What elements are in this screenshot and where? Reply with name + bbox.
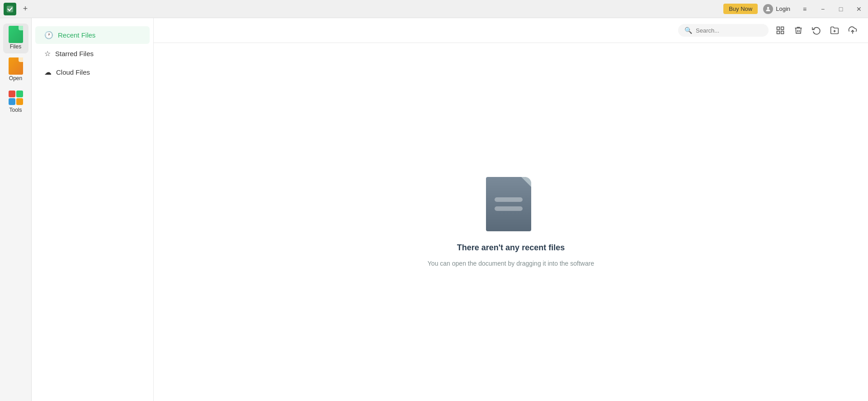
- star-icon: ☆: [44, 49, 51, 58]
- svg-rect-5: [781, 31, 784, 34]
- svg-point-1: [767, 7, 769, 9]
- login-label: Login: [776, 5, 790, 12]
- files-icon: [9, 27, 23, 42]
- svg-rect-4: [777, 31, 780, 34]
- empty-state-subtitle: You can open the document by dragging it…: [428, 260, 594, 267]
- empty-state-title: There aren't any recent files: [457, 243, 565, 253]
- maximize-button[interactable]: □: [832, 0, 850, 18]
- menu-button[interactable]: ≡: [796, 0, 814, 18]
- titlebar: + Buy Now Login ≡ − □ ✕: [0, 0, 868, 18]
- sidebar-item-tools[interactable]: Tools: [3, 87, 28, 117]
- user-avatar-icon: [763, 4, 773, 14]
- tools-icon: [9, 91, 23, 105]
- sidebar-item-files[interactable]: Files: [3, 24, 28, 53]
- main-layout: Files Open Tools 🕐 Recent Files: [0, 18, 868, 401]
- window-controls: ≡ − □ ✕: [796, 0, 868, 18]
- titlebar-right: Buy Now Login ≡ − □ ✕: [723, 0, 868, 18]
- search-box[interactable]: 🔍: [678, 24, 769, 37]
- nav-cloud-files[interactable]: ☁ Cloud Files: [35, 63, 150, 81]
- cloud-files-label: Cloud Files: [56, 68, 90, 76]
- file-sidebar: 🕐 Recent Files ☆ Starred Files ☁ Cloud F…: [32, 18, 154, 401]
- recent-files-label: Recent Files: [58, 31, 95, 39]
- files-label: Files: [10, 43, 21, 50]
- nav-starred-files[interactable]: ☆ Starred Files: [35, 45, 150, 62]
- content-area: 🔍: [154, 18, 868, 401]
- sidebar-item-open[interactable]: Open: [3, 55, 28, 85]
- open-icon: [9, 59, 23, 73]
- open-label: Open: [9, 75, 22, 81]
- delete-button[interactable]: [792, 24, 805, 37]
- new-folder-button[interactable]: [828, 24, 841, 37]
- starred-files-label: Starred Files: [55, 50, 94, 57]
- app-logo: [4, 3, 16, 15]
- nav-recent-files[interactable]: 🕐 Recent Files: [35, 26, 150, 44]
- icon-sidebar: Files Open Tools: [0, 18, 32, 401]
- svg-rect-2: [777, 27, 780, 30]
- grid-view-button[interactable]: [774, 24, 787, 37]
- buy-now-button[interactable]: Buy Now: [723, 4, 758, 14]
- content-toolbar: 🔍: [154, 18, 868, 43]
- search-icon: 🔍: [684, 27, 692, 34]
- clock-icon: 🕐: [44, 31, 53, 39]
- tools-label: Tools: [9, 107, 22, 113]
- empty-state: There aren't any recent files You can op…: [154, 43, 868, 401]
- titlebar-left: +: [4, 3, 31, 15]
- search-input[interactable]: [696, 27, 762, 34]
- close-button[interactable]: ✕: [850, 0, 868, 18]
- empty-document-illustration: [486, 177, 536, 236]
- new-tab-button[interactable]: +: [20, 4, 31, 14]
- login-button[interactable]: Login: [760, 4, 794, 14]
- cloud-icon: ☁: [44, 68, 52, 76]
- rotate-left-button[interactable]: [810, 24, 823, 37]
- svg-rect-3: [781, 27, 784, 30]
- minimize-button[interactable]: −: [814, 0, 832, 18]
- upload-button[interactable]: [846, 24, 859, 37]
